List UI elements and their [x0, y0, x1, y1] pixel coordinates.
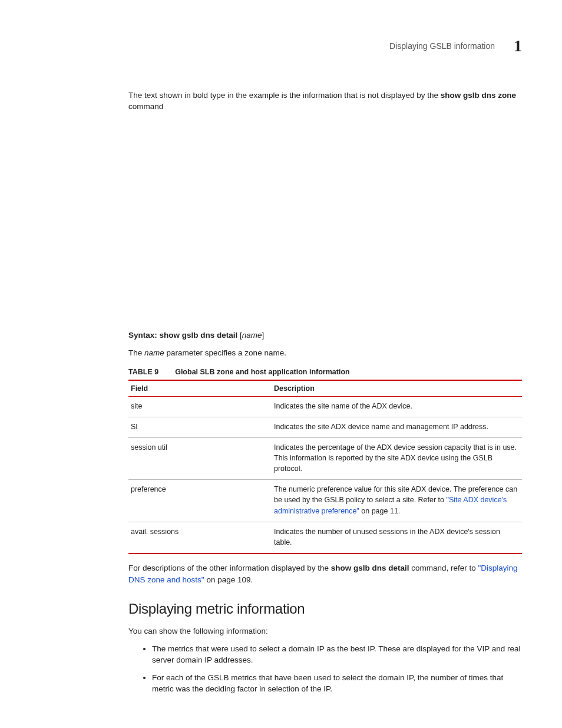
table-cell-field: SI — [128, 417, 272, 437]
syntax-desc-pre: The — [128, 348, 144, 357]
info-table: Field Description site Indicates the sit… — [128, 380, 522, 554]
after-table-mid: command, refer to — [409, 564, 478, 572]
header-title: Displaying GSLB information — [389, 41, 495, 51]
table-header-row: Field Description — [128, 380, 522, 397]
table-header-field: Field — [128, 380, 272, 397]
page-header: Displaying GSLB information 1 — [389, 37, 522, 55]
table-cell-field: avail. sessions — [128, 522, 272, 554]
table-cell-field: site — [128, 396, 272, 417]
syntax-description: The name parameter specifies a zone name… — [128, 347, 522, 359]
intro-text-pre: The text shown in bold type in the examp… — [128, 91, 441, 100]
page-content: The text shown in bold type in the examp… — [128, 81, 522, 701]
syntax-label: Syntax: — [128, 331, 160, 340]
intro-bold-command: show gslb dns zone — [441, 91, 516, 100]
after-table-pre: For descriptions of the other informatio… — [128, 564, 331, 572]
syntax-line: Syntax: show gslb dns detail [name] — [128, 331, 522, 340]
list-item: For each of the GSLB metrics that have b… — [152, 672, 522, 695]
table-row: session util Indicates the percentage of… — [128, 437, 522, 479]
intro-paragraph: The text shown in bold type in the examp… — [128, 90, 522, 113]
section-intro: You can show the following information: — [128, 625, 522, 637]
syntax-block: Syntax: show gslb dns detail [name] The … — [128, 331, 522, 695]
list-item: The metrics that were used to select a d… — [152, 643, 522, 666]
table-cell-desc: The numeric preference value for this si… — [272, 480, 522, 522]
table-row: avail. sessions Indicates the number of … — [128, 522, 522, 554]
after-table-post: on page 109. — [204, 575, 253, 584]
intro-text-post: command — [128, 102, 163, 111]
syntax-command: show gslb dns detail — [160, 331, 238, 340]
after-table-bold: show gslb dns detail — [331, 564, 409, 572]
table-cell-field: session util — [128, 437, 272, 479]
table-title: Global SLB zone and host application inf… — [175, 368, 350, 376]
table-row: preference The numeric preference value … — [128, 480, 522, 522]
table-cell-desc: Indicates the percentage of the ADX devi… — [272, 437, 522, 479]
table-cell-field: preference — [128, 480, 272, 522]
pref-desc-post: on page 11. — [359, 507, 401, 515]
syntax-bracket-open: [ — [237, 331, 242, 340]
table-cell-desc: Indicates the number of unused sessions … — [272, 522, 522, 554]
table-row: SI Indicates the site ADX device name an… — [128, 417, 522, 437]
table-caption: TABLE 9Global SLB zone and host applicat… — [128, 367, 522, 376]
after-table-paragraph: For descriptions of the other informatio… — [128, 562, 522, 585]
table-cell-desc: Indicates the site ADX device name and m… — [272, 417, 522, 437]
table-header-desc: Description — [272, 380, 522, 397]
table-row: site Indicates the site name of the ADX … — [128, 396, 522, 417]
section-heading: Displaying metric information — [128, 601, 522, 617]
syntax-arg: name — [242, 331, 262, 340]
syntax-desc-arg: name — [144, 348, 164, 357]
table-number: TABLE 9 — [128, 368, 158, 376]
chapter-number: 1 — [514, 37, 522, 55]
table-cell-desc: Indicates the site name of the ADX devic… — [272, 396, 522, 417]
syntax-desc-post: parameter specifies a zone name. — [164, 348, 286, 357]
bullet-list: The metrics that were used to select a d… — [128, 643, 522, 695]
syntax-bracket-close: ] — [262, 331, 265, 340]
